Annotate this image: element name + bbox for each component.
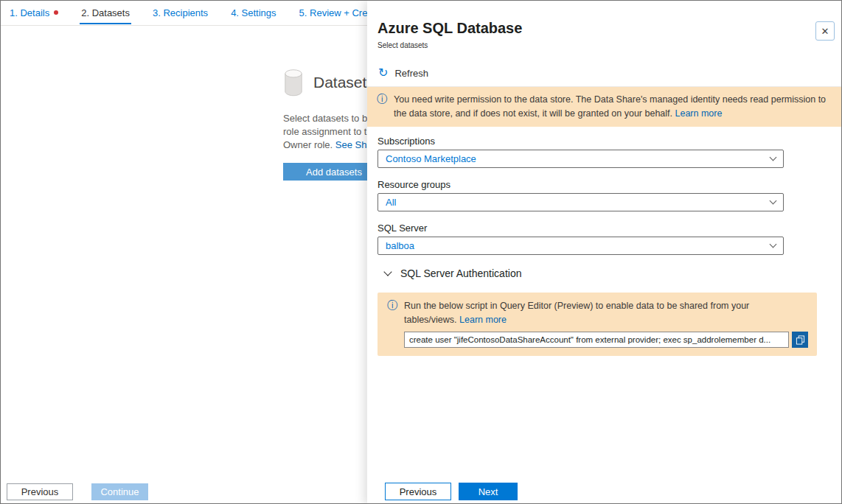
database-icon <box>283 69 304 99</box>
copy-icon <box>796 335 805 345</box>
wizard-tabs: 1. Details 2. Datasets 3. Recipients 4. … <box>8 1 382 24</box>
tab-label: 1. Details <box>10 7 49 18</box>
subscriptions-dropdown[interactable]: Contoso Marketplace <box>377 150 784 168</box>
datasets-description: Select datasets to be role assignment to… <box>283 112 372 152</box>
chevron-down-icon <box>770 154 777 161</box>
learn-more-link[interactable]: Learn more <box>459 315 507 325</box>
datasets-heading: Datasets <box>313 74 375 91</box>
info-icon: ⓘ <box>387 299 397 348</box>
dropdown-value: All <box>386 197 396 208</box>
expander-label: SQL Server Authentication <box>400 267 521 279</box>
subscriptions-label: Subscriptions <box>377 136 435 147</box>
refresh-button[interactable]: ↻ Refresh <box>378 67 428 79</box>
sql-server-label: SQL Server <box>377 223 427 234</box>
description-line: role assignment to t <box>283 125 372 139</box>
tab-label: 3. Recipients <box>153 7 208 18</box>
wizard-previous-button[interactable]: Previous <box>7 483 73 500</box>
refresh-label: Refresh <box>394 68 428 79</box>
tab-settings[interactable]: 4. Settings <box>229 1 277 24</box>
dropdown-value: balboa <box>386 240 414 251</box>
permission-info-banner: ⓘ You need write permission to the data … <box>367 87 842 127</box>
tabs-divider <box>1 25 367 26</box>
resource-groups-dropdown[interactable]: All <box>377 193 784 211</box>
resource-groups-label: Resource groups <box>377 179 450 190</box>
chevron-down-icon <box>383 267 392 276</box>
page: 1. Details 2. Datasets 3. Recipients 4. … <box>0 0 842 504</box>
description-line: Select datasets to be <box>283 112 372 125</box>
panel-subtitle: Select datasets <box>377 41 428 49</box>
azure-sql-database-panel: Azure SQL Database Select datasets ✕ ↻ R… <box>367 1 842 504</box>
description-line: Owner role. See Sha <box>283 139 372 152</box>
refresh-icon: ↻ <box>378 67 388 79</box>
wizard-continue-button[interactable]: Continue <box>91 483 148 500</box>
panel-next-button[interactable]: Next <box>459 483 518 500</box>
copy-button[interactable] <box>792 332 808 348</box>
learn-more-link[interactable]: Learn more <box>675 108 723 119</box>
tab-details[interactable]: 1. Details <box>8 1 60 24</box>
validation-dot-icon <box>54 10 58 15</box>
chevron-down-icon <box>770 197 777 205</box>
sql-script-field[interactable]: create user "jifeContosoDataShareAccount… <box>404 332 789 348</box>
tab-label: 4. Settings <box>231 7 276 18</box>
tab-datasets[interactable]: 2. Datasets <box>80 1 131 24</box>
tab-label: 2. Datasets <box>81 7 130 18</box>
panel-previous-button[interactable]: Previous <box>385 483 451 500</box>
sql-server-dropdown[interactable]: balboa <box>377 237 784 255</box>
chevron-down-icon <box>770 241 777 248</box>
panel-title: Azure SQL Database <box>377 20 522 37</box>
banner-text: You need write permission to the data st… <box>394 93 826 121</box>
sql-server-authentication-expander[interactable]: SQL Server Authentication <box>385 267 521 279</box>
close-button[interactable]: ✕ <box>815 21 835 41</box>
script-info-banner: ⓘ Run the below script in Query Editor (… <box>377 293 817 356</box>
tab-recipients[interactable]: 3. Recipients <box>151 1 209 24</box>
close-icon: ✕ <box>821 26 829 37</box>
dropdown-value: Contoso Marketplace <box>386 153 476 164</box>
banner-text: Run the below script in Query Editor (Pr… <box>404 299 808 327</box>
info-icon: ⓘ <box>377 93 387 121</box>
